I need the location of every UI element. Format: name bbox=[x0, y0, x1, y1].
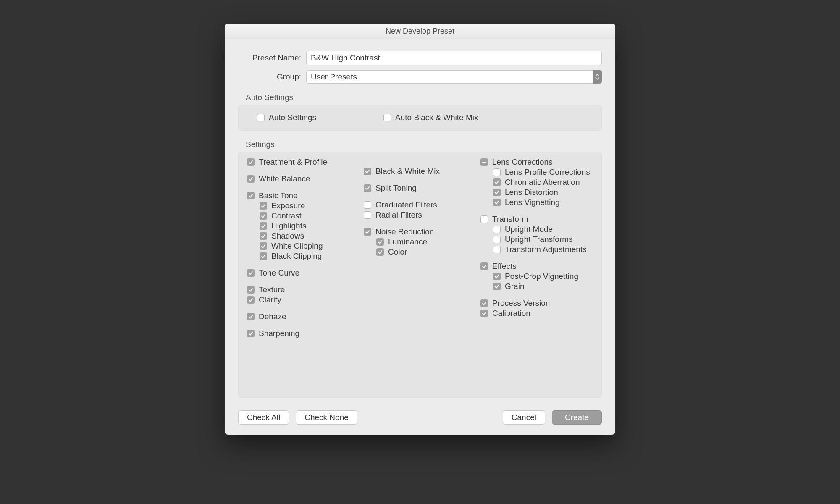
group-label: Group: bbox=[238, 72, 301, 81]
grain-checkbox[interactable]: Grain bbox=[493, 281, 593, 291]
noise-reduction-checkbox[interactable]: Noise Reduction bbox=[364, 227, 476, 237]
preset-name-label: Preset Name: bbox=[238, 53, 301, 63]
transform-checkbox[interactable]: Transform bbox=[480, 214, 593, 224]
graduated-filters-checkbox[interactable]: Graduated Filters bbox=[364, 200, 476, 210]
lens-profile-corrections-checkbox[interactable]: Lens Profile Corrections bbox=[493, 167, 593, 177]
checkmark-icon bbox=[247, 330, 255, 337]
group-select[interactable]: User Presets bbox=[306, 70, 602, 84]
treatment-profile-checkbox[interactable]: Treatment & Profile bbox=[247, 157, 360, 167]
checkbox-icon bbox=[480, 215, 488, 223]
sharpening-checkbox[interactable]: Sharpening bbox=[247, 328, 360, 339]
checkmark-icon bbox=[247, 158, 255, 166]
checkbox-icon bbox=[383, 114, 391, 121]
color-checkbox[interactable]: Color bbox=[376, 247, 476, 257]
effects-checkbox[interactable]: Effects bbox=[480, 261, 593, 271]
dehaze-checkbox[interactable]: Dehaze bbox=[247, 312, 360, 322]
checkmark-icon bbox=[493, 178, 501, 186]
white-balance-checkbox[interactable]: White Balance bbox=[247, 174, 360, 184]
settings-header: Settings bbox=[246, 140, 602, 149]
checkbox-icon bbox=[257, 114, 265, 121]
checkmark-icon bbox=[493, 189, 501, 196]
new-develop-preset-dialog: New Develop Preset Preset Name: Group: U… bbox=[225, 24, 615, 435]
black-clipping-checkbox[interactable]: Black Clipping bbox=[260, 251, 360, 261]
checkmark-icon bbox=[260, 202, 267, 210]
checkmark-icon bbox=[260, 232, 267, 240]
checkmark-icon bbox=[493, 283, 501, 290]
upright-mode-checkbox[interactable]: Upright Mode bbox=[493, 224, 593, 234]
updown-stepper-icon bbox=[593, 70, 602, 84]
check-all-button[interactable]: Check All bbox=[238, 410, 289, 425]
chromatic-aberration-checkbox[interactable]: Chromatic Aberration bbox=[493, 177, 593, 187]
dialog-title: New Develop Preset bbox=[225, 24, 615, 39]
auto-settings-header: Auto Settings bbox=[246, 93, 602, 102]
bw-mix-checkbox[interactable]: Black & White Mix bbox=[364, 166, 476, 176]
checkmark-icon bbox=[260, 212, 267, 220]
luminance-checkbox[interactable]: Luminance bbox=[376, 237, 476, 247]
split-toning-checkbox[interactable]: Split Toning bbox=[364, 183, 476, 193]
clarity-checkbox[interactable]: Clarity bbox=[247, 295, 360, 305]
checkmark-icon bbox=[364, 228, 371, 236]
mixed-state-icon bbox=[480, 158, 488, 166]
checkmark-icon bbox=[480, 299, 488, 307]
check-none-button[interactable]: Check None bbox=[296, 410, 357, 425]
lens-corrections-checkbox[interactable]: Lens Corrections bbox=[480, 157, 593, 167]
lens-vignetting-checkbox[interactable]: Lens Vignetting bbox=[493, 197, 593, 207]
auto-settings-checkbox[interactable]: Auto Settings bbox=[257, 113, 316, 123]
process-version-checkbox[interactable]: Process Version bbox=[480, 298, 593, 308]
cancel-button[interactable]: Cancel bbox=[503, 410, 545, 425]
white-clipping-checkbox[interactable]: White Clipping bbox=[260, 241, 360, 251]
checkmark-icon bbox=[260, 222, 267, 230]
checkbox-icon bbox=[364, 211, 371, 219]
auto-bw-mix-checkbox[interactable]: Auto Black & White Mix bbox=[383, 113, 478, 123]
checkbox-icon bbox=[493, 226, 501, 233]
checkmark-icon bbox=[247, 313, 255, 320]
texture-checkbox[interactable]: Texture bbox=[247, 285, 360, 295]
transform-adjustments-checkbox[interactable]: Transform Adjustments bbox=[493, 244, 593, 255]
auto-settings-panel: Auto Settings Auto Black & White Mix bbox=[238, 105, 602, 131]
checkbox-icon bbox=[364, 201, 371, 209]
contrast-checkbox[interactable]: Contrast bbox=[260, 211, 360, 221]
post-crop-vignetting-checkbox[interactable]: Post-Crop Vignetting bbox=[493, 271, 593, 281]
checkmark-icon bbox=[260, 242, 267, 250]
basic-tone-checkbox[interactable]: Basic Tone bbox=[247, 191, 360, 201]
checkmark-icon bbox=[247, 286, 255, 294]
group-select-value: User Presets bbox=[307, 72, 593, 81]
lens-distortion-checkbox[interactable]: Lens Distortion bbox=[493, 187, 593, 197]
create-button[interactable]: Create bbox=[552, 410, 602, 425]
shadows-checkbox[interactable]: Shadows bbox=[260, 231, 360, 241]
checkmark-icon bbox=[247, 269, 255, 277]
checkmark-icon bbox=[260, 252, 267, 260]
upright-transforms-checkbox[interactable]: Upright Transforms bbox=[493, 234, 593, 244]
checkmark-icon bbox=[364, 168, 371, 175]
checkmark-icon bbox=[376, 238, 384, 246]
settings-panel: Treatment & Profile White Balance Basic … bbox=[238, 152, 602, 398]
exposure-checkbox[interactable]: Exposure bbox=[260, 201, 360, 211]
checkbox-icon bbox=[493, 246, 501, 253]
checkmark-icon bbox=[376, 248, 384, 256]
preset-name-input[interactable] bbox=[306, 51, 602, 65]
tone-curve-checkbox[interactable]: Tone Curve bbox=[247, 268, 360, 278]
checkmark-icon bbox=[480, 310, 488, 317]
checkbox-icon bbox=[493, 236, 501, 243]
radial-filters-checkbox[interactable]: Radial Filters bbox=[364, 210, 476, 220]
checkmark-icon bbox=[364, 184, 371, 192]
checkmark-icon bbox=[480, 262, 488, 270]
highlights-checkbox[interactable]: Highlights bbox=[260, 221, 360, 231]
checkbox-icon bbox=[493, 168, 501, 176]
checkmark-icon bbox=[247, 192, 255, 200]
checkmark-icon bbox=[493, 199, 501, 206]
checkmark-icon bbox=[493, 273, 501, 280]
checkmark-icon bbox=[247, 296, 255, 304]
checkmark-icon bbox=[247, 175, 255, 183]
calibration-checkbox[interactable]: Calibration bbox=[480, 308, 593, 318]
